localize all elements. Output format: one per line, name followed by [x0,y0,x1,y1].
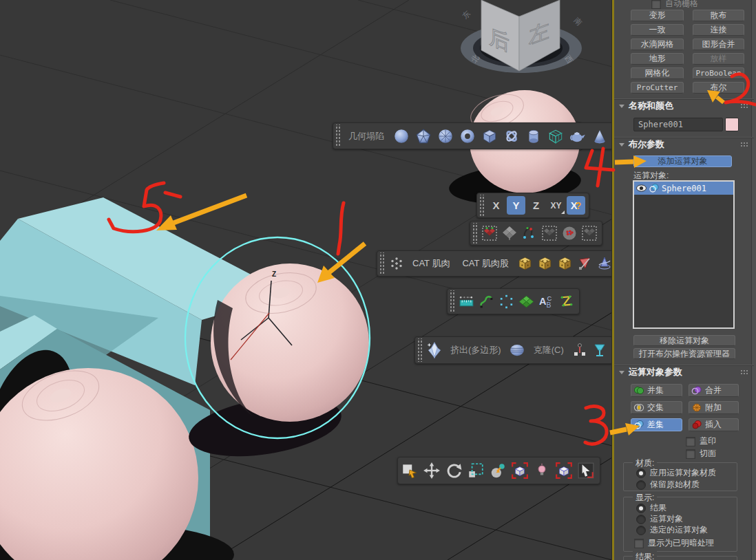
torus-knot-icon[interactable] [501,126,522,147]
rollout-grip-icon[interactable] [740,142,748,148]
add-operand-button[interactable]: 添加运算对象 [633,155,732,167]
shapemerge-button[interactable]: 图形合并 [693,39,744,50]
axis-z-button[interactable]: Z [527,196,545,215]
snap-frame-icon[interactable] [580,224,598,243]
union-button[interactable]: 并集 [631,384,682,397]
operand-list[interactable]: Sphere001 [633,180,735,329]
cat-muscle-label[interactable]: CAT 肌肉 [407,257,455,270]
torus-icon[interactable] [457,126,478,147]
measure-icon[interactable] [457,292,476,311]
crystal-icon[interactable] [425,341,443,360]
intersect-button[interactable]: 交集 [631,401,682,414]
snap-frozen-icon[interactable] [540,224,558,243]
subtract-button[interactable]: 差集 [631,418,682,431]
cookie-checkbox[interactable] [686,449,695,459]
procutter-button[interactable]: ProCutter [631,82,684,94]
scale-icon[interactable] [465,460,486,481]
muscle-cube-icon[interactable] [556,255,574,273]
cylinder-icon[interactable] [523,126,544,147]
eye-icon[interactable] [636,184,647,192]
viewport[interactable]: 后 左 北 西 东 南 [0,0,612,560]
section-icon[interactable] [557,292,576,311]
text-icon[interactable]: ACB [537,292,556,311]
object-color-swatch[interactable] [725,118,739,131]
insert-button[interactable]: 插入 [689,418,739,431]
rollout-grip-icon[interactable] [740,103,748,109]
lattice-icon[interactable] [545,126,566,147]
muscle-cube-icon[interactable] [516,255,534,273]
attach-button[interactable]: 附加 [689,401,739,414]
axis-y-button[interactable]: Y [507,196,525,215]
autogrid-checkbox[interactable] [651,0,661,9]
spline-icon[interactable] [477,292,496,311]
teapot-icon[interactable] [567,126,588,147]
rollout-operand-params[interactable]: 运算对象参数 [613,365,754,378]
rotate-icon[interactable] [443,460,464,481]
cat-rig-icon[interactable] [387,255,406,273]
object-name-input[interactable]: Sphere001 [633,118,723,131]
apply-operand-material-radio[interactable] [636,469,646,478]
shaded-checkbox[interactable] [634,539,644,548]
merge-button[interactable]: 合并 [689,384,739,397]
display-result-radio[interactable] [636,504,646,513]
snap-standard-icon[interactable] [480,224,498,243]
scatter-button[interactable]: 散布 [693,10,744,21]
clone-label[interactable]: 克隆(C) [528,344,569,356]
extrude-poly-label[interactable]: 挤出(多边形) [445,344,507,356]
sphere-icon[interactable] [391,126,412,147]
rollout-name-color[interactable]: 名称和颜色 [613,99,754,112]
rollout-grip-icon[interactable] [740,369,748,376]
snaps-use-axis-constraints-icon[interactable]: X? [567,196,585,215]
remove-operand-button[interactable]: 移除运算对象 [633,335,735,346]
loft-button[interactable]: 放样 [693,53,744,65]
morph-button[interactable]: 变形 [631,10,684,21]
goblet-icon[interactable] [591,341,609,360]
snap-grid-icon[interactable] [500,224,518,243]
open-boolean-explorer-button[interactable]: 打开布尔操作资源管理器 [633,348,735,359]
cone-icon[interactable] [589,126,610,147]
proboolean-button[interactable]: ProBoolean [693,67,744,79]
toolbar-drag-handle[interactable] [335,125,340,147]
toolbar-drag-handle[interactable] [479,195,484,216]
terrain-button[interactable]: 地形 [631,53,684,65]
toolbar-drag-handle[interactable] [449,290,454,312]
muscle-cube-icon[interactable] [536,255,554,273]
region-select-icon[interactable] [576,460,596,481]
surface-icon[interactable] [517,292,536,311]
shaded-cube-icon[interactable] [554,460,574,481]
box-icon[interactable] [479,126,500,147]
ngon-icon[interactable] [497,292,516,311]
operand-list-item[interactable]: Sphere001 [634,182,733,195]
cat-muscle-strand-label[interactable]: CAT 肌肉股 [456,257,514,270]
panel-scrollbar[interactable] [751,0,756,560]
connect-button[interactable]: 连接 [693,24,744,36]
toolbar-drag-handle[interactable] [472,223,477,244]
axis-xy-button[interactable]: XY [547,196,565,215]
imprint-checkbox[interactable] [686,437,695,446]
toolbar-drag-handle[interactable] [417,338,422,362]
mesher-button[interactable]: 网格化 [631,67,684,79]
select-icon[interactable] [399,460,420,481]
light-icon[interactable] [532,460,552,481]
snap-spline-icon[interactable] [520,224,538,243]
display-option-operands: 运算对象 [636,513,683,525]
display-selected-operands-radio[interactable] [636,526,646,535]
placement-icon[interactable] [487,460,508,481]
boolean-button[interactable]: 布尔 [693,82,744,94]
points-icon[interactable] [571,341,589,360]
display-operands-radio[interactable] [636,515,646,524]
snap-dots-icon[interactable] [560,224,578,243]
axis-x-button[interactable]: X [487,196,505,215]
move-icon[interactable] [421,460,442,481]
edged-cube-icon[interactable] [510,460,530,481]
panel-resize-divider[interactable] [611,0,614,560]
hedra-icon[interactable] [413,126,434,147]
toolbar-drag-handle[interactable] [379,252,384,274]
geosphere-icon[interactable] [435,126,456,147]
conform-button[interactable]: 一致 [631,24,684,36]
retain-original-material-radio[interactable] [636,480,646,490]
muscle-strand-icon[interactable] [576,255,594,273]
chamfer-icon[interactable] [508,341,527,360]
rollout-boolean-params[interactable]: 布尔参数 [613,138,754,151]
blobmesh-button[interactable]: 水滴网格 [631,39,684,50]
